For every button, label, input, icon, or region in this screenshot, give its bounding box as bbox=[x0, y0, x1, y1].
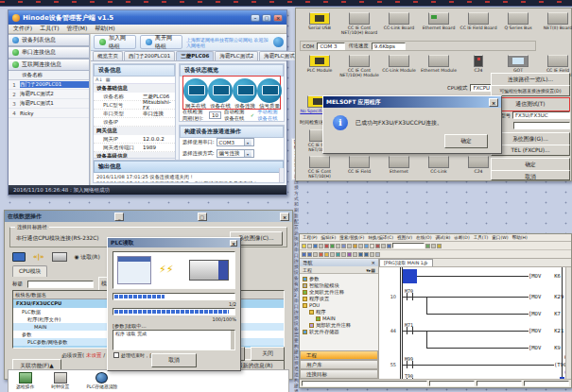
mode-select[interactable]: 编号连接▾ bbox=[217, 149, 254, 158]
tel-fxcpu-button[interactable]: TEL (FXCPU)... bbox=[491, 145, 570, 156]
join-network-button[interactable]: 加入网络组 bbox=[94, 35, 136, 49]
nav-close-icon[interactable]: × bbox=[372, 260, 375, 265]
menu-view[interactable]: 视图(V) bbox=[397, 235, 412, 240]
close-button[interactable]: × bbox=[273, 14, 283, 22]
pcif-qbus[interactable]: Q Series Bus bbox=[498, 12, 538, 30]
pcif-cclink-board[interactable]: CC-Link Board bbox=[379, 12, 419, 30]
plc-read-cancel-button[interactable]: 取消 bbox=[151, 353, 197, 367]
online-maximize-icon[interactable]: □ bbox=[198, 213, 207, 221]
close-button-online[interactable]: 关闭 bbox=[251, 347, 285, 361]
com-value-field[interactable]: COM 3 bbox=[317, 43, 345, 50]
plcif-cclink-module[interactable]: CC-Link Module bbox=[379, 55, 419, 73]
net2-cciefield[interactable]: CC IE Field bbox=[339, 156, 379, 174]
net2-ccie[interactable]: CC IE Cont NET/10(H) bbox=[300, 156, 339, 179]
tree-pou[interactable]: POU bbox=[303, 302, 378, 309]
tab-siemens[interactable]: 西门子200PLC01 bbox=[124, 51, 175, 60]
menu-diagnostics[interactable]: 诊断(D) bbox=[454, 235, 469, 240]
contact-m99[interactable] bbox=[407, 361, 413, 368]
direct-connection-button[interactable]: 可编程控制器直接连接设置(D) bbox=[491, 85, 570, 96]
online-minimize-icon[interactable]: _ bbox=[114, 213, 124, 221]
nav-section-bar[interactable]: 工程▾▸▦ bbox=[300, 266, 378, 274]
menu-window[interactable]: 窗口(W) bbox=[492, 235, 508, 240]
plcif-ethernet-module[interactable]: Ethernet Module bbox=[419, 55, 459, 73]
sort-icon[interactable]: A↓ bbox=[95, 77, 103, 83]
menu-edit[interactable]: 编辑(E) bbox=[321, 235, 337, 240]
tree-local-comment[interactable]: 局部软元件注释 bbox=[303, 322, 378, 329]
pcif-ccie-board[interactable]: CC IE Cont NET/10(H) Board bbox=[339, 12, 379, 35]
remote-operation-item[interactable]: 远程操作 bbox=[16, 372, 34, 385]
melsoft-close-icon[interactable]: × bbox=[489, 98, 498, 107]
menu-find[interactable]: 搜索/替换(F) bbox=[339, 235, 364, 240]
pcif-serial-usb[interactable]: Serial USB bbox=[300, 12, 339, 30]
menu-file[interactable]: 文件(F) bbox=[13, 25, 32, 33]
transfer-cancel-button[interactable]: 取消 bbox=[491, 170, 570, 180]
company-link[interactable]: 上海辉诺网络科技有限公司网站 欢迎加入网络组 bbox=[186, 37, 269, 48]
plcif-plc-module[interactable]: PLC Module bbox=[300, 55, 339, 73]
tree-parameter[interactable]: 参数 bbox=[303, 276, 378, 282]
port-select[interactable]: COM3▾ bbox=[217, 138, 254, 146]
melsoft-titlebar[interactable]: MELSOFT 应用程序× bbox=[323, 96, 501, 108]
ladder-canvas[interactable]: [MOVK6D80] 0 10 M70 [MOVK29D79] 0 [MOVK7… bbox=[379, 267, 564, 379]
plcif-got[interactable]: GOT bbox=[498, 55, 538, 73]
nav-toolbar-icons[interactable]: ▾▸▦ bbox=[366, 267, 375, 273]
tree-program-setting[interactable]: 程序设置 bbox=[303, 296, 378, 302]
menu-manage[interactable]: 管理(M) bbox=[67, 25, 88, 33]
cpu-module-tab[interactable]: CPU模块 bbox=[12, 265, 47, 277]
net2-ethernet[interactable]: Ethernet bbox=[379, 156, 419, 174]
radio-read[interactable]: ◉ 读取(R) bbox=[75, 253, 100, 262]
leave-network-button[interactable]: 离开网络组 bbox=[140, 35, 182, 49]
hinode-titlebar[interactable]: Hinode设备管理客户端 v1.5 – □ × bbox=[9, 10, 286, 25]
pcif-net2-board[interactable]: NET(II) Board bbox=[538, 12, 572, 30]
device-row-3[interactable]: 3海霸PLC测试1 bbox=[9, 99, 89, 109]
device-row-4[interactable]: 4Ricky bbox=[9, 109, 89, 118]
nav-button-project[interactable]: 工程 bbox=[300, 350, 378, 360]
maximize-button[interactable]: □ bbox=[262, 14, 271, 22]
online-titlebar[interactable]: 在线数据操作 _ □ × bbox=[5, 211, 292, 222]
gx-toolbar-2[interactable] bbox=[300, 250, 571, 259]
plc-memory-clear-item[interactable]: PLC存储器清除 bbox=[86, 372, 117, 385]
tree-program[interactable]: 程序 bbox=[303, 309, 378, 315]
auto-check-checkbox[interactable]: ✓ bbox=[251, 112, 254, 118]
check-period-field[interactable]: 10 bbox=[209, 111, 221, 119]
sidebar-item-device-list[interactable]: 设备列表信息 bbox=[9, 34, 89, 46]
selected-cell[interactable] bbox=[403, 269, 417, 283]
baud-value-field[interactable]: 9.6Kbps bbox=[372, 43, 406, 50]
device-row-2[interactable]: 2海霸PLC测试2 bbox=[9, 90, 89, 99]
tree-main[interactable]: MAIN bbox=[303, 315, 378, 322]
plc-read-close-icon[interactable]: × bbox=[230, 240, 237, 247]
communication-test-button[interactable]: 通信测试(T) bbox=[491, 97, 570, 111]
tab-mitsubishi[interactable]: 三菱PLC06 bbox=[176, 51, 214, 60]
device-row-1[interactable]: 1西门子200PLC01 bbox=[9, 80, 89, 90]
clock-setting-item[interactable]: 时钟设置 bbox=[51, 372, 69, 385]
nav-button-connect[interactable]: 连接目标 bbox=[300, 369, 378, 379]
doc-tab-main[interactable]: [PRG]读取 MAIN 1步 bbox=[379, 259, 433, 266]
pcif-cciefield-board[interactable]: CC IE Field Board bbox=[459, 12, 498, 30]
tab-haiba2[interactable]: 海霸PLC测试2 bbox=[215, 51, 258, 60]
menu-project[interactable]: 工程(P) bbox=[303, 235, 318, 240]
col-module-name[interactable]: 模块名/数据名 bbox=[13, 292, 117, 298]
menu-help[interactable]: 帮助(H) bbox=[512, 235, 528, 240]
pcif-ethernet-board[interactable]: Ethernet Board bbox=[419, 12, 459, 30]
progress-log-scrollbar[interactable] bbox=[231, 331, 234, 349]
manual-check-link[interactable]: 手动检测设备在线 bbox=[257, 109, 281, 122]
auto-close-checkbox[interactable] bbox=[113, 352, 119, 358]
tab-overview[interactable]: 概览主页 bbox=[93, 51, 123, 60]
online-close-icon[interactable]: × bbox=[280, 213, 289, 221]
menu-tool[interactable]: 工具(T) bbox=[474, 235, 489, 240]
gx-toolbar-1[interactable] bbox=[300, 242, 571, 250]
net2-cclink[interactable]: CC-Link bbox=[419, 156, 459, 174]
editor-vscrollbar[interactable] bbox=[565, 267, 571, 379]
sidebar-item-internet[interactable]: 互联网连接信息 bbox=[9, 59, 89, 71]
tree-global-comment[interactable]: 全局软元件注释 bbox=[303, 289, 378, 296]
menu-compile[interactable]: 转换/编译(C) bbox=[368, 235, 393, 240]
help-icon[interactable] bbox=[273, 37, 284, 47]
grid-icon[interactable]: ▦ bbox=[106, 77, 111, 83]
plc-read-titlebar[interactable]: PLC读取× bbox=[108, 238, 240, 247]
menu-help[interactable]: 帮助(H) bbox=[95, 25, 114, 33]
sidebar-item-serial[interactable]: 串口连接信息 bbox=[9, 46, 89, 59]
tree-intelligent[interactable]: 智能功能模块 bbox=[303, 282, 378, 289]
log-scrollbar[interactable] bbox=[279, 168, 284, 182]
plcif-ccie-module[interactable]: CC IE Cont NET/10(H) Module bbox=[339, 55, 379, 77]
melsoft-ok-button[interactable]: 确定 bbox=[444, 134, 488, 148]
tree-device-memory[interactable]: 软元件存储器 bbox=[303, 329, 378, 335]
